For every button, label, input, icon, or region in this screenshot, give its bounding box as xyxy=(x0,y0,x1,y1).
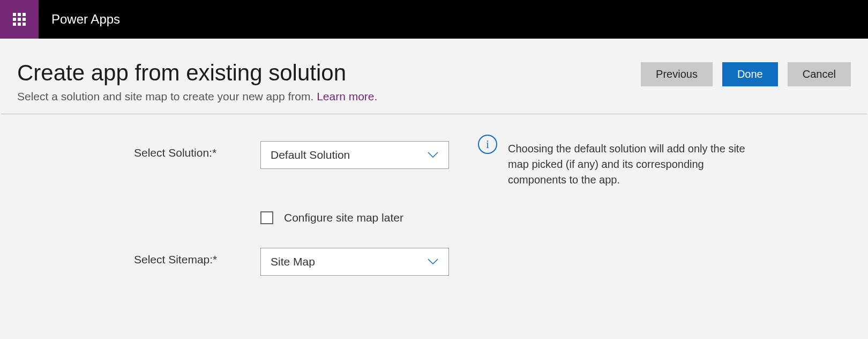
page-header: Create app from existing solution Select… xyxy=(1,39,867,114)
configure-later-row: Configure site map later xyxy=(260,211,852,224)
done-button[interactable]: Done xyxy=(722,62,778,86)
sitemap-select[interactable]: Site Map xyxy=(260,248,449,276)
form-area: Select Solution:* Default Solution i Cho… xyxy=(0,114,868,276)
top-bar: Power Apps xyxy=(0,0,868,39)
page-title: Create app from existing solution xyxy=(17,60,377,86)
info-block: i Choosing the default solution will add… xyxy=(478,141,746,188)
app-launcher-button[interactable] xyxy=(0,0,39,39)
sitemap-label: Select Sitemap:* xyxy=(134,248,260,266)
learn-more-link[interactable]: Learn more. xyxy=(317,90,377,102)
configure-later-label: Configure site map later xyxy=(284,211,403,224)
cancel-button[interactable]: Cancel xyxy=(788,62,851,86)
configure-later-checkbox[interactable] xyxy=(260,211,273,224)
chevron-down-icon xyxy=(427,149,439,161)
solution-select-value: Default Solution xyxy=(271,149,350,161)
solution-select[interactable]: Default Solution xyxy=(260,141,449,169)
chevron-down-icon xyxy=(427,256,439,268)
app-title: Power Apps xyxy=(39,12,120,27)
sitemap-select-value: Site Map xyxy=(271,255,315,268)
waffle-icon xyxy=(13,13,26,26)
sitemap-row: Select Sitemap:* Site Map xyxy=(134,248,852,276)
info-icon: i xyxy=(478,135,497,154)
page-subtitle: Select a solution and site map to create… xyxy=(17,90,377,103)
subtitle-text: Select a solution and site map to create… xyxy=(17,90,317,102)
solution-label: Select Solution:* xyxy=(134,141,260,159)
title-block: Create app from existing solution Select… xyxy=(17,60,377,103)
solution-row: Select Solution:* Default Solution i Cho… xyxy=(134,141,852,188)
action-buttons: Previous Done Cancel xyxy=(641,60,851,86)
previous-button[interactable]: Previous xyxy=(641,62,713,86)
info-text: Choosing the default solution will add o… xyxy=(508,141,746,188)
